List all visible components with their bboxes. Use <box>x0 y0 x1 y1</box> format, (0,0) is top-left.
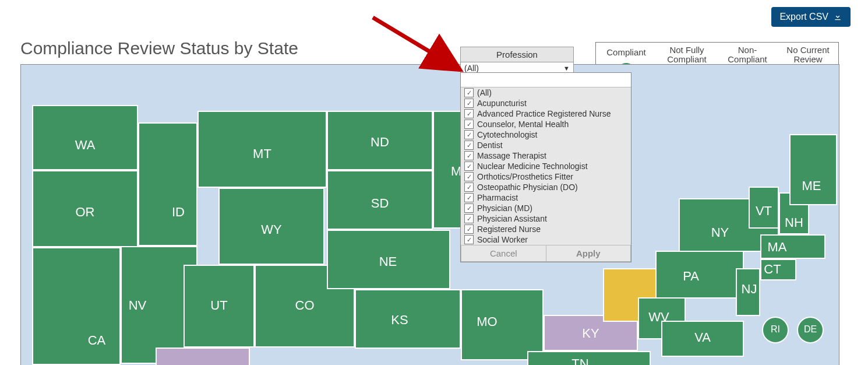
filter-option-label: Orthotics/Prosthetics Fitter <box>477 172 573 181</box>
filter-option[interactable]: ✓Massage Therapist <box>461 150 631 161</box>
state-ME[interactable] <box>790 135 837 205</box>
label-SD: SD <box>371 196 389 210</box>
filter-option-label: Social Worker <box>477 235 528 244</box>
filter-option-label: Physician (MD) <box>477 203 532 213</box>
filter-option[interactable]: ✓Advanced Practice Registered Nurse <box>461 108 631 119</box>
label-RI: RI <box>771 324 780 334</box>
checkbox-icon: ✓ <box>464 214 474 223</box>
filter-option[interactable]: ✓Dentist <box>461 140 631 150</box>
filter-apply-button[interactable]: Apply <box>546 245 631 262</box>
filter-option[interactable]: ✓Acupuncturist <box>461 98 631 108</box>
label-OR: OR <box>76 205 95 219</box>
filter-option-label: Advanced Practice Registered Nurse <box>477 109 611 118</box>
label-DE: DE <box>804 324 817 334</box>
filter-option-label: Registered Nurse <box>477 224 541 234</box>
filter-option[interactable]: ✓(All) <box>461 87 631 98</box>
state-MO[interactable] <box>461 290 543 360</box>
state-ID[interactable] <box>139 123 197 245</box>
filter-option-label: Osteopathic Physician (DO) <box>477 182 578 192</box>
label-CO: CO <box>295 298 315 313</box>
filter-search-input[interactable] <box>463 75 631 85</box>
page-title: Compliance Review Status by State <box>20 38 298 58</box>
label-ID: ID <box>172 205 185 219</box>
checkbox-icon: ✓ <box>464 130 474 139</box>
filter-option-label: Physician Assistant <box>477 214 547 223</box>
checkbox-icon: ✓ <box>464 141 474 150</box>
label-NY: NY <box>711 225 729 240</box>
checkbox-icon: ✓ <box>464 172 474 181</box>
filter-option[interactable]: ✓Social Worker <box>461 234 631 245</box>
filter-option[interactable]: ✓Osteopathic Physician (DO) <box>461 182 631 192</box>
checkbox-icon: ✓ <box>464 224 474 234</box>
label-KS: KS <box>391 313 408 327</box>
label-KY: KY <box>582 326 599 341</box>
label-VT: VT <box>756 203 772 218</box>
checkbox-icon: ✓ <box>464 109 474 118</box>
filter-dropdown: ✓(All)✓Acupuncturist✓Advanced Practice R… <box>460 72 631 262</box>
checkbox-icon: ✓ <box>464 235 474 244</box>
filter-option-label: Cytotechnologist <box>477 130 538 139</box>
filter-option[interactable]: ✓Counselor, Mental Health <box>461 119 631 129</box>
state-TN[interactable] <box>528 352 650 365</box>
filter-option-label: Massage Therapist <box>477 151 546 160</box>
checkbox-icon: ✓ <box>464 182 474 192</box>
export-csv-button[interactable]: Export CSV <box>771 7 851 27</box>
checkbox-icon: ✓ <box>464 193 474 202</box>
filter-option[interactable]: ✓Cytotechnologist <box>461 129 631 140</box>
label-ND: ND <box>371 135 389 149</box>
checkbox-icon: ✓ <box>464 203 474 213</box>
checkbox-icon: ✓ <box>464 162 474 171</box>
filter-option[interactable]: ✓Physician (MD) <box>461 203 631 213</box>
state-AZ[interactable] <box>156 348 249 365</box>
filter-options-list[interactable]: ✓(All)✓Acupuncturist✓Advanced Practice R… <box>461 87 631 245</box>
label-UT: UT <box>210 298 227 313</box>
download-icon <box>833 12 842 22</box>
us-map[interactable]: WA OR CA ID NV MT WY UT CO ND SD NE KS M… <box>20 64 839 365</box>
label-ME: ME <box>802 178 821 193</box>
checkbox-icon: ✓ <box>464 151 474 160</box>
export-csv-label: Export CSV <box>779 12 828 22</box>
label-VA: VA <box>694 330 711 345</box>
caret-down-icon: ▼ <box>563 65 570 72</box>
label-NV: NV <box>129 298 147 313</box>
label-TN: TN <box>571 356 588 365</box>
filter-option[interactable]: ✓Nuclear Medicine Technologist <box>461 161 631 171</box>
checkbox-icon: ✓ <box>464 88 474 97</box>
checkbox-icon: ✓ <box>464 99 474 108</box>
filter-option-label: Acupuncturist <box>477 99 527 108</box>
label-PA: PA <box>683 269 699 283</box>
filter-option[interactable]: ✓Orthotics/Prosthetics Fitter <box>461 171 631 182</box>
label-WY: WY <box>261 222 282 237</box>
filter-option[interactable]: ✓Physician Assistant <box>461 213 631 224</box>
label-NE: NE <box>379 254 397 269</box>
filter-search[interactable] <box>461 73 631 87</box>
label-NH: NH <box>785 215 803 230</box>
filter-cancel-button[interactable]: Cancel <box>461 245 546 262</box>
state-PA[interactable] <box>656 251 743 298</box>
label-CA: CA <box>88 333 106 348</box>
label-MO: MO <box>477 314 497 329</box>
state-CA[interactable] <box>33 248 120 364</box>
label-CT: CT <box>764 262 781 276</box>
filter-selected-value: (All) <box>464 64 479 73</box>
filter-option-label: Dentist <box>477 141 503 150</box>
label-WV: WV <box>648 310 669 324</box>
filter-option-label: Counselor, Mental Health <box>477 120 569 129</box>
filter-option[interactable]: ✓Pharmacist <box>461 192 631 203</box>
svg-line-0 <box>373 17 460 70</box>
filter-option-label: Nuclear Medicine Technologist <box>477 162 588 171</box>
label-MT: MT <box>253 146 271 161</box>
label-MA: MA <box>768 240 787 254</box>
label-WA: WA <box>75 138 96 152</box>
filter-header: Profession <box>460 47 574 62</box>
profession-filter: Profession (All) ▼ <box>460 47 574 75</box>
checkbox-icon: ✓ <box>464 120 474 129</box>
map-svg: WA OR CA ID NV MT WY UT CO ND SD NE KS M… <box>21 65 839 365</box>
filter-option-label: (All) <box>477 88 492 97</box>
filter-option-label: Pharmacist <box>477 193 518 202</box>
label-NJ: NJ <box>742 282 757 296</box>
filter-option[interactable]: ✓Registered Nurse <box>461 224 631 234</box>
